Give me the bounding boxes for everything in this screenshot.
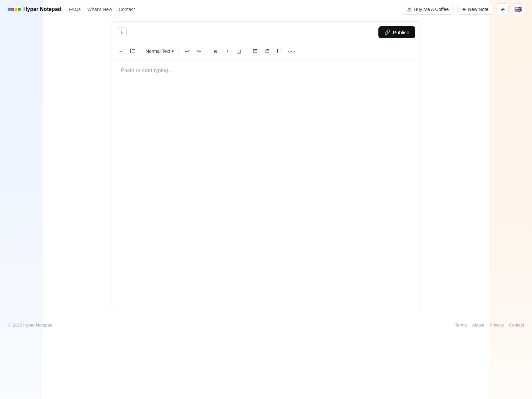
new-note-button[interactable]: ⊕ New Note	[457, 4, 493, 15]
code-button[interactable]: </>	[286, 46, 297, 57]
footer-links: Terms Abuse Privacy Contact	[455, 323, 524, 328]
footer: © 2025 Hyper Notepad Terms Abuse Privacy…	[0, 316, 532, 334]
footer-privacy[interactable]: Privacy	[490, 323, 504, 328]
nav-contact[interactable]: Contact	[119, 7, 135, 12]
svg-rect-13	[278, 50, 282, 50]
svg-rect-5	[254, 52, 257, 53]
buy-coffee-button[interactable]: ☕ Buy Me A Coffee	[402, 4, 454, 15]
note-topbar: ℹ 🔗 Publish	[111, 22, 421, 43]
folder-button[interactable]	[127, 46, 138, 57]
add-icon: ＋	[118, 48, 123, 55]
footer-contact[interactable]: Contact	[509, 323, 524, 328]
bullet-list-icon	[253, 49, 258, 54]
bold-button[interactable]: B	[210, 46, 220, 57]
logo-icon	[8, 8, 21, 11]
logo-square-blue	[8, 8, 11, 11]
nav-faqs[interactable]: FAQs	[69, 7, 81, 12]
svg-text:3.: 3.	[265, 51, 266, 53]
chevron-down-icon: ▾	[172, 49, 174, 54]
language-button[interactable]: 🇬🇧	[512, 3, 524, 15]
logo-square-yellow	[15, 8, 17, 11]
publish-button[interactable]: 🔗 Publish	[378, 26, 415, 38]
logo-square-green	[18, 8, 21, 11]
publish-link-icon: 🔗	[384, 29, 391, 35]
note-container: ℹ 🔗 Publish ＋ Normal Text ▾	[111, 21, 421, 309]
quote-icon	[277, 49, 282, 54]
toolbar-divider-1	[141, 48, 141, 55]
footer-abuse[interactable]: Abuse	[472, 323, 484, 328]
svg-rect-15	[278, 52, 281, 52]
svg-rect-1	[254, 49, 257, 50]
folder-icon	[130, 49, 135, 54]
toolbar-divider-4	[247, 48, 247, 55]
svg-rect-3	[254, 51, 257, 51]
info-button[interactable]: ℹ	[117, 27, 127, 37]
svg-rect-7	[266, 49, 269, 50]
flag-icon: 🇬🇧	[514, 6, 522, 13]
sun-icon: ☀	[500, 6, 505, 13]
svg-rect-12	[277, 49, 278, 53]
numbered-list-icon: 1. 2. 3.	[265, 49, 270, 54]
svg-point-2	[253, 50, 254, 51]
nav-whats-new[interactable]: What's New	[87, 7, 112, 12]
code-icon: </>	[288, 49, 295, 54]
quote-button[interactable]	[274, 46, 285, 57]
main-content: ℹ 🔗 Publish ＋ Normal Text ▾	[103, 21, 429, 309]
new-note-label: New Note	[468, 7, 488, 12]
coffee-icon: ☕	[407, 7, 412, 12]
new-note-icon: ⊕	[462, 7, 466, 12]
editor-area[interactable]: Paste or start typing...	[111, 60, 421, 309]
header-actions: ☕ Buy Me A Coffee ⊕ New Note ☀ 🇬🇧	[402, 3, 524, 15]
add-button[interactable]: ＋	[115, 46, 126, 57]
editor-toolbar: ＋ Normal Text ▾ ↩ ↪	[111, 43, 421, 60]
italic-button[interactable]: I	[222, 46, 232, 57]
svg-point-4	[253, 52, 254, 53]
logo-text: Hyper Notepad	[23, 6, 61, 12]
svg-point-0	[253, 49, 254, 50]
underline-button[interactable]: U	[234, 46, 244, 57]
undo-icon: ↩	[185, 48, 189, 54]
redo-icon: ↪	[197, 48, 201, 54]
footer-terms[interactable]: Terms	[455, 323, 466, 328]
numbered-list-button[interactable]: 1. 2. 3.	[262, 46, 273, 57]
toolbar-divider-2	[179, 48, 179, 55]
redo-button[interactable]: ↪	[194, 46, 204, 57]
undo-button[interactable]: ↩	[182, 46, 192, 57]
text-style-dropdown[interactable]: Normal Text ▾	[144, 47, 176, 55]
publish-label: Publish	[393, 30, 409, 35]
theme-toggle-button[interactable]: ☀	[497, 3, 509, 15]
toolbar-divider-3	[207, 48, 207, 55]
svg-rect-14	[278, 51, 282, 51]
logo-square-red	[11, 8, 14, 11]
bullet-list-button[interactable]	[250, 46, 261, 57]
editor-placeholder: Paste or start typing...	[121, 67, 173, 73]
svg-rect-11	[266, 52, 269, 53]
bold-icon: B	[213, 49, 217, 54]
info-icon: ℹ	[121, 30, 123, 35]
footer-copyright: © 2025 Hyper Notepad	[8, 323, 52, 328]
text-style-label: Normal Text	[146, 49, 170, 54]
buy-coffee-label: Buy Me A Coffee	[414, 7, 449, 12]
svg-rect-9	[266, 51, 269, 51]
main-nav: FAQs What's New Contact	[69, 7, 135, 12]
logo[interactable]: Hyper Notepad	[8, 6, 61, 12]
underline-icon: U	[237, 49, 241, 54]
italic-icon: I	[226, 49, 228, 54]
